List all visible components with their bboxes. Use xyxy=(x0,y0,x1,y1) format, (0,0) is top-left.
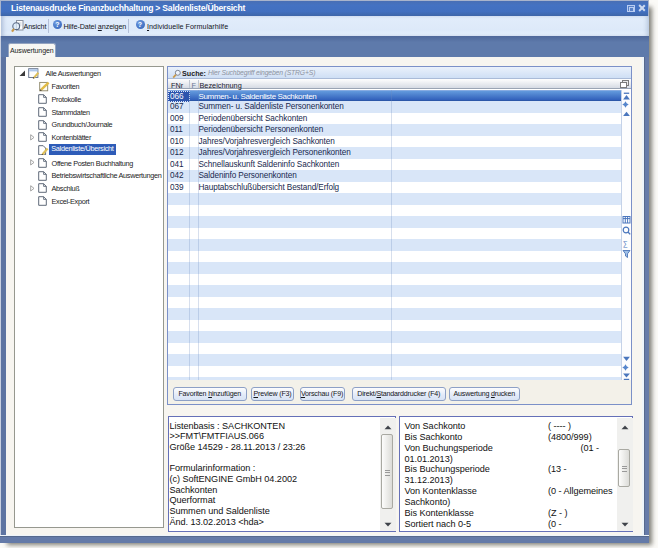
svg-text:∑: ∑ xyxy=(623,240,628,248)
